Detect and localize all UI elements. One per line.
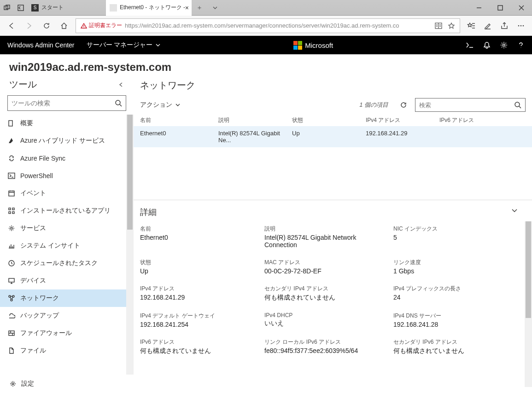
share-icon[interactable]	[496, 22, 513, 30]
sidebar-item-services[interactable]: サービス	[0, 220, 134, 237]
favorites-list-icon[interactable]	[463, 22, 479, 30]
sync-icon	[7, 154, 16, 162]
svg-point-5	[518, 25, 520, 26]
sidebar-item-powershell[interactable]: PowerShell	[0, 167, 134, 185]
collapse-sidebar-icon[interactable]	[118, 81, 124, 88]
wac-subtitle-label: サーバー マネージャー	[87, 41, 153, 49]
detail-link-local-ipv6: リンク ローカル IPv6 アドレスfe80::94f5:f377:5ee2:6…	[264, 338, 389, 355]
details-panel: 詳細 名前Ethernet0 説明Intel(R) 82574L Gigabit…	[134, 200, 532, 393]
events-icon	[7, 189, 16, 197]
edge-tab-actions-icon[interactable]	[0, 5, 14, 11]
more-icon[interactable]	[513, 22, 529, 30]
sidebar-item-network[interactable]: ネットワーク	[0, 289, 134, 307]
scrollbar[interactable]	[525, 221, 532, 387]
detail-mac: MAC アドレス00-0C-29-72-8D-EF	[264, 259, 389, 275]
grid-search-input[interactable]	[419, 102, 514, 109]
sidebar-item-azure-hybrid[interactable]: Azure ハイブリッド サービス	[0, 132, 134, 150]
notes-icon[interactable]	[479, 22, 496, 30]
refresh-list-button[interactable]	[398, 101, 409, 109]
settings-label: 設定	[21, 380, 34, 388]
browser-tab-ethernet[interactable]: Ethernet0 - ネットワーク - ×	[106, 0, 192, 16]
sidebar-item-label: ファイル	[20, 347, 46, 355]
item-count: 1 個の項目	[359, 101, 388, 109]
close-window-button[interactable]	[511, 0, 532, 15]
browser-toolbar: 証明書エラー https://win2019ac.ad.rem-system.c…	[0, 16, 532, 36]
url-text: https://win2019ac.ad.rem-system.com/serv…	[125, 22, 432, 29]
sidebar-item-firewall[interactable]: ファイアウォール	[0, 324, 134, 342]
detail-ipv4-prefix: IPv4 プレフィックスの長さ24	[393, 285, 513, 302]
svg-rect-16	[12, 212, 14, 214]
network-icon	[7, 294, 16, 302]
col-ipv4[interactable]: IPv4 アドレス	[366, 116, 439, 124]
table-row[interactable]: Ethernet0 Intel(R) 82574L Gigabit Ne... …	[134, 126, 532, 147]
cloud-shell-icon[interactable]	[466, 42, 474, 48]
collapse-details-icon[interactable]	[511, 207, 518, 214]
close-icon[interactable]: ×	[185, 4, 189, 12]
sidebar-item-events[interactable]: イベント	[0, 185, 134, 202]
sidebar-item-azure-file-sync[interactable]: Azure File Sync	[0, 150, 134, 167]
favicon-icon	[110, 4, 117, 12]
svg-point-24	[12, 383, 14, 385]
address-bar[interactable]: 証明書エラー https://win2019ac.ad.rem-system.c…	[76, 18, 460, 33]
edge-set-aside-icon[interactable]	[14, 5, 28, 11]
home-button[interactable]	[55, 17, 73, 35]
action-menu-button[interactable]: アクション	[140, 101, 181, 109]
col-status[interactable]: 状態	[292, 116, 366, 124]
sidebar-item-scheduled-tasks[interactable]: スケジュールされたタスク	[0, 254, 134, 272]
scrollbar[interactable]	[126, 115, 134, 375]
sidebar-item-files[interactable]: ファイル	[0, 342, 134, 359]
back-button[interactable]	[3, 17, 20, 35]
cell-ipv4: 192.168.241.29	[366, 130, 439, 144]
sidebar-item-label: ネットワーク	[20, 294, 59, 302]
sidebar-item-installed-apps[interactable]: インストールされているアプリ	[0, 202, 134, 220]
chevron-down-icon	[175, 102, 181, 108]
cell-desc: Intel(R) 82574L Gigabit Ne...	[218, 130, 292, 144]
sidebar-item-label: イベント	[20, 189, 46, 197]
tools-search-input[interactable]	[12, 99, 115, 107]
page-title: ネットワーク	[140, 79, 526, 92]
browser-tab-start[interactable]: S スタート	[28, 0, 106, 16]
col-name[interactable]: 名前	[140, 116, 218, 124]
reading-view-icon[interactable]	[432, 22, 445, 29]
refresh-button[interactable]	[38, 17, 55, 35]
svg-point-9	[116, 100, 120, 105]
tab-chevron-icon[interactable]	[207, 5, 223, 11]
settings-icon[interactable]	[500, 41, 508, 49]
sidebar-item-overview[interactable]: 概要	[0, 115, 134, 132]
sidebar-item-backup[interactable]: バックアップ	[0, 307, 134, 324]
cell-ipv6	[439, 130, 526, 144]
svg-rect-3	[498, 6, 503, 10]
certificate-error[interactable]: 証明書エラー	[78, 22, 125, 29]
cell-status: Up	[292, 130, 366, 144]
firewall-icon	[7, 329, 16, 337]
services-icon	[7, 224, 16, 232]
wac-title[interactable]: Windows Admin Center	[7, 41, 75, 49]
favorite-icon[interactable]	[445, 22, 458, 29]
detail-nic-index: NIC インデックス5	[393, 225, 513, 249]
col-desc[interactable]: 説明	[218, 116, 292, 124]
backup-icon	[7, 312, 16, 320]
microsoft-logo: Microsoft	[293, 41, 333, 50]
notifications-icon[interactable]	[483, 41, 491, 49]
sidebar-item-system-insights[interactable]: システム インサイト	[0, 237, 134, 254]
wac-context[interactable]: サーバー マネージャー	[87, 41, 161, 49]
search-icon	[115, 99, 122, 107]
detail-ipv4-gateway: IPv4 デフォルト ゲートウェイ192.168.241.254	[140, 312, 260, 328]
sidebar-item-devices[interactable]: デバイス	[0, 272, 134, 289]
sidebar-item-label: PowerShell	[20, 172, 53, 179]
help-icon[interactable]	[517, 41, 525, 49]
svg-point-22	[11, 299, 12, 301]
sidebar-settings[interactable]: 設定	[0, 375, 134, 393]
tools-search[interactable]	[7, 95, 126, 111]
favicon-icon: S	[31, 4, 39, 12]
server-name-heading: win2019ac.ad.rem-system.com	[0, 54, 532, 76]
forward-button[interactable]	[20, 17, 38, 35]
svg-point-17	[11, 227, 12, 229]
maximize-button[interactable]	[490, 0, 511, 15]
col-ipv6[interactable]: IPv6 アドレス	[439, 116, 526, 124]
new-tab-button[interactable]: ＋	[192, 4, 207, 12]
grid-search[interactable]	[415, 98, 526, 112]
apps-icon	[7, 207, 16, 215]
minimize-button[interactable]	[468, 0, 490, 15]
sidebar-item-label: バックアップ	[20, 312, 59, 320]
